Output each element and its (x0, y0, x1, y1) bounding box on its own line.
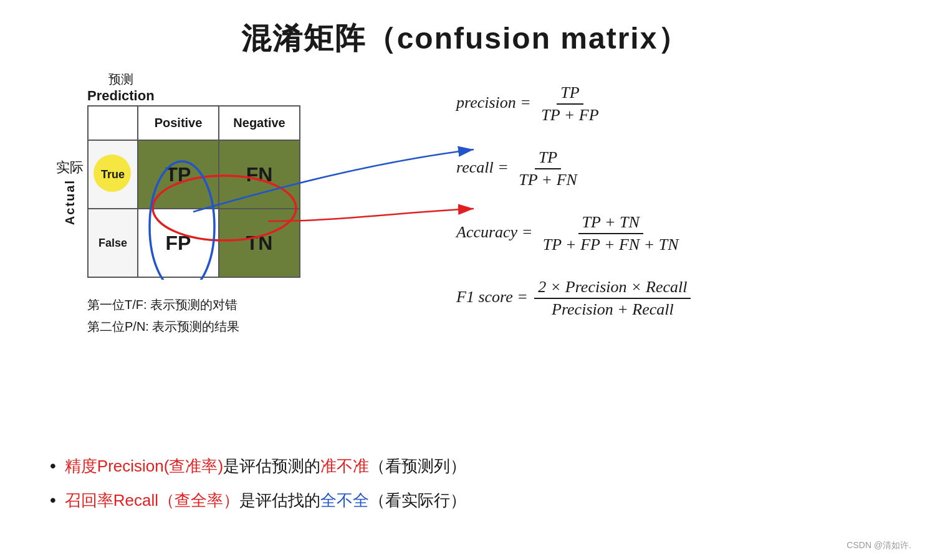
pred-en-label: Prediction (87, 88, 155, 104)
actual-en-label: Actual (63, 179, 77, 225)
confusion-matrix-table: Positive Negative True TP (87, 105, 300, 278)
formula-accuracy: Accuracy = TP + TN TP + FP + FN + TN (456, 213, 685, 254)
matrix-relative-container: Positive Negative True TP (87, 105, 300, 278)
row-header-false: False (88, 209, 138, 277)
recall-denominator: TP + FN (515, 169, 581, 189)
bullet-dot-2: • (50, 490, 56, 510)
pred-zh-label: 预测 (108, 71, 133, 88)
f1-fraction: 2 × Precision × Recall Precision + Recal… (534, 278, 691, 319)
bullet1-mid: 是评估预测的 (223, 457, 320, 475)
bullet1-suffix: （看预测列） (369, 457, 466, 475)
precision-denominator: TP + FP (537, 105, 602, 125)
accuracy-fraction: TP + TN TP + FP + FN + TN (539, 213, 683, 254)
slide-container: 混淆矩阵（confusion matrix） 预测 Prediction 实际 … (0, 0, 930, 560)
cell-fp: FP (138, 209, 219, 277)
f1-eq: = (517, 288, 532, 306)
precision-eq: = (520, 93, 535, 112)
bullet2-prefix-red: 召回率Recall（查全率） (65, 491, 239, 510)
bullet-dot-1: • (50, 456, 56, 476)
accuracy-label: Accuracy (456, 223, 517, 241)
bullet-2: • 召回率Recall（查全率）是评估找的全不全（看实际行） (50, 489, 880, 511)
bullet-text-1: 精度Precision(查准率)是评估预测的准不准（看预测列） (65, 455, 466, 477)
formula-f1: F1 score = 2 × Precision × Recall Precis… (456, 278, 693, 319)
main-content: 预测 Prediction 实际 Actual Positiv (37, 71, 893, 340)
actual-zh-label: 实际 (56, 158, 84, 177)
cell-fn: FN (219, 140, 300, 209)
f1-denominator: Precision + Recall (548, 299, 678, 319)
title-area: 混淆矩阵（confusion matrix） (37, 19, 893, 59)
left-side: 预测 Prediction 实际 Actual Positiv (37, 71, 449, 340)
accuracy-eq: = (522, 223, 537, 241)
notes-area: 第一位T/F: 表示预测的对错 第二位P/N: 表示预测的结果 (87, 297, 239, 340)
formula-recall: recall = TP TP + FN (456, 148, 583, 189)
formula-precision: precision = TP TP + FP (456, 83, 605, 125)
bullet2-blue-highlight: 全不全 (320, 491, 369, 510)
f1-label: F1 score (456, 288, 513, 306)
precision-fraction: TP TP + FP (537, 83, 602, 125)
matrix-wrapper: 实际 Actual Positive Negative (56, 105, 300, 278)
bullet1-prefix-red: 精度Precision(查准率) (65, 457, 223, 475)
bullet-text-2: 召回率Recall（查全率）是评估找的全不全（看实际行） (65, 489, 466, 511)
accuracy-denominator: TP + FP + FN + TN (539, 234, 683, 254)
col-header-negative: Negative (219, 106, 300, 140)
recall-eq: = (497, 158, 512, 176)
col-header-positive: Positive (138, 106, 219, 140)
accuracy-numerator: TP + TN (578, 213, 643, 234)
recall-numerator: TP (535, 148, 561, 169)
cell-empty-tl (88, 106, 138, 140)
bullet1-red-highlight: 准不准 (320, 457, 369, 475)
bullet2-mid: 是评估找的 (239, 491, 320, 510)
note-line-1: 第一位T/F: 表示预测的对错 (87, 297, 239, 313)
slide-title: 混淆矩阵（confusion matrix） (241, 22, 689, 55)
cell-tn: TN (219, 209, 300, 277)
f1-numerator: 2 × Precision × Recall (534, 278, 691, 299)
row-header-true: True (88, 140, 138, 209)
precision-label: precision (456, 93, 516, 112)
bullets-area: • 精度Precision(查准率)是评估预测的准不准（看预测列） • 召回率R… (37, 455, 893, 523)
recall-label: recall (456, 158, 494, 176)
watermark: CSDN @清如许. (846, 540, 911, 551)
actual-labels: 实际 Actual (56, 158, 84, 225)
recall-fraction: TP TP + FN (515, 148, 581, 189)
bullet-1: • 精度Precision(查准率)是评估预测的准不准（看预测列） (50, 455, 880, 477)
note-line-2: 第二位P/N: 表示预测的结果 (87, 318, 239, 335)
bullet2-suffix: （看实际行） (369, 491, 466, 510)
right-side: precision = TP TP + FP recall = TP TP + … (456, 77, 893, 336)
precision-numerator: TP (557, 83, 583, 105)
prediction-header: 预测 Prediction (87, 71, 155, 104)
cell-tp: TP (138, 140, 219, 209)
